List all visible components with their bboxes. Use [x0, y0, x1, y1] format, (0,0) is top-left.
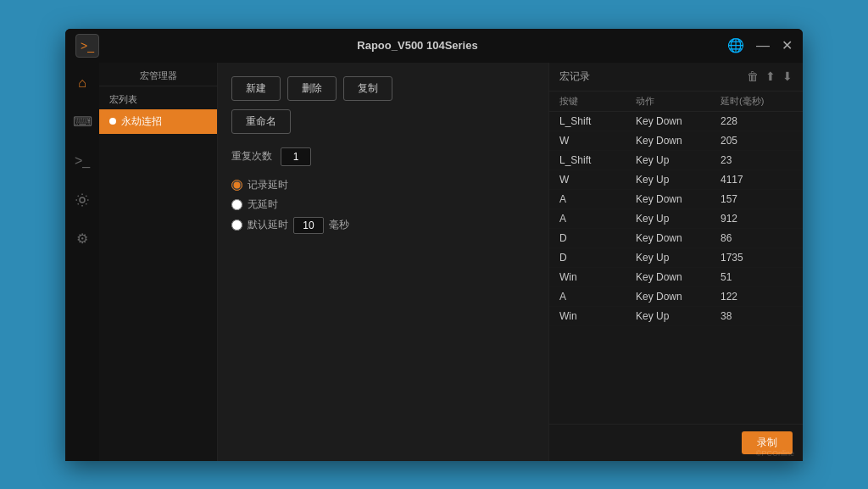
cell-delay: 23: [721, 154, 788, 166]
rename-button[interactable]: 重命名: [231, 109, 291, 134]
cell-action: Key Down: [636, 115, 721, 127]
radio-no-delay-label: 无延时: [248, 197, 278, 212]
minimize-button[interactable]: —: [756, 38, 770, 53]
top-buttons: 新建 删除 复制: [231, 76, 535, 101]
repeat-section: 重复次数: [231, 147, 535, 166]
cell-delay: 122: [721, 291, 788, 303]
cell-delay: 205: [721, 135, 788, 147]
active-dot: [109, 118, 116, 125]
sidebar-item-settings[interactable]: ⚙: [70, 227, 94, 251]
cell-action: Key Down: [636, 135, 721, 147]
macro-item-label: 永劫连招: [121, 114, 162, 129]
cell-key: A: [559, 193, 636, 205]
table-row[interactable]: WKey Down205: [549, 131, 803, 151]
table-body: L_ShiftKey Down228WKey Down205L_ShiftKey…: [549, 112, 803, 424]
svg-point-0: [80, 197, 85, 203]
cell-key: L_Shift: [559, 154, 636, 166]
download-icon[interactable]: ⬇: [782, 69, 793, 83]
cell-key: A: [559, 213, 636, 225]
cell-key: Win: [559, 271, 636, 283]
copy-button[interactable]: 复制: [343, 76, 392, 101]
svg-line-8: [86, 195, 86, 196]
cell-action: Key Down: [636, 291, 721, 303]
cell-action: Key Up: [636, 252, 721, 264]
trash-icon[interactable]: 🗑: [747, 69, 759, 83]
cell-key: D: [559, 232, 636, 244]
radio-group: 记录延时 无延时 默认延时 毫秒: [231, 178, 535, 234]
cell-delay: 51: [721, 271, 788, 283]
macro-record-title: 宏记录: [559, 69, 590, 84]
cell-key: Win: [559, 310, 636, 322]
sidebar-item-light[interactable]: [70, 188, 94, 212]
cell-delay: 157: [721, 193, 788, 205]
cell-delay: 4117: [721, 174, 788, 186]
cell-action: Key Up: [636, 174, 721, 186]
cell-action: Key Down: [636, 232, 721, 244]
window-title: Rapoo_V500 104Series: [108, 39, 727, 52]
table-row[interactable]: AKey Down122: [549, 287, 803, 307]
col-key-header: 按键: [559, 95, 636, 108]
macro-record-header: 宏记录 🗑 ⬆ ⬇: [549, 63, 803, 92]
cell-delay: 228: [721, 115, 788, 127]
main-window: >_ Rapoo_V500 104Series 🌐 — ✕ ⌂ ⌨ >_: [65, 29, 803, 461]
cell-action: Key Down: [636, 193, 721, 205]
app-icon: >_: [75, 34, 99, 58]
close-button[interactable]: ✕: [782, 37, 793, 53]
radio-default-delay-label: 默认延时: [248, 218, 288, 232]
table-row[interactable]: AKey Down157: [549, 190, 803, 209]
table-row[interactable]: AKey Up912: [549, 209, 803, 229]
cell-delay: 38: [721, 310, 788, 322]
cell-key: W: [559, 135, 636, 147]
cell-action: Key Down: [636, 271, 721, 283]
macro-record-panel: 宏记录 🗑 ⬆ ⬇ 按键 动作 延时(毫秒) L_ShiftKey Down22…: [548, 63, 803, 461]
window-controls: 🌐 — ✕: [727, 37, 793, 53]
cell-key: A: [559, 291, 636, 303]
col-action-header: 动作: [636, 95, 721, 108]
svg-line-6: [86, 203, 86, 204]
repeat-label: 重复次数: [231, 149, 272, 164]
table-row[interactable]: L_ShiftKey Down228: [549, 112, 803, 131]
cell-action: Key Up: [636, 310, 721, 322]
sidebar-item-terminal[interactable]: >_: [70, 149, 94, 173]
nav-sidebar: ⌂ ⌨ >_ ⚙: [65, 63, 99, 461]
window-body: ⌂ ⌨ >_ ⚙ 宏管理器 宏列表: [65, 63, 803, 461]
svg-line-5: [78, 195, 79, 196]
cell-delay: 912: [721, 213, 788, 225]
macro-manager-label: 宏管理器: [99, 63, 217, 86]
globe-icon[interactable]: 🌐: [727, 37, 744, 53]
cell-key: L_Shift: [559, 115, 636, 127]
macro-list-panel: 宏管理器 宏列表 永劫连招: [99, 63, 218, 461]
header-icon-group: 🗑 ⬆ ⬇: [747, 69, 793, 83]
table-row[interactable]: WKey Up4117: [549, 170, 803, 190]
sidebar-item-home[interactable]: ⌂: [70, 71, 94, 95]
macro-list-label: 宏列表: [99, 86, 217, 109]
cell-action: Key Up: [636, 154, 721, 166]
table-header: 按键 动作 延时(毫秒): [549, 92, 803, 112]
default-delay-input[interactable]: [293, 217, 324, 234]
cell-action: Key Up: [636, 213, 721, 225]
delay-unit-label: 毫秒: [329, 218, 349, 232]
watermark: ©PCOnline: [756, 449, 794, 458]
radio-record-delay[interactable]: 记录延时: [231, 178, 535, 192]
upload-icon[interactable]: ⬆: [765, 69, 776, 83]
table-row[interactable]: L_ShiftKey Up23: [549, 151, 803, 170]
svg-line-7: [78, 203, 79, 204]
titlebar: >_ Rapoo_V500 104Series 🌐 — ✕: [65, 29, 803, 63]
radio-default-delay[interactable]: 默认延时 毫秒: [231, 217, 535, 234]
new-button[interactable]: 新建: [231, 76, 281, 101]
main-content: 新建 删除 复制 重命名 重复次数 记录延时 无延时: [218, 63, 548, 461]
macro-item-yongjie[interactable]: 永劫连招: [99, 109, 217, 134]
terminal-icon: >_: [81, 39, 94, 53]
delete-button[interactable]: 删除: [287, 76, 337, 101]
cell-key: W: [559, 174, 636, 186]
cell-delay: 86: [721, 232, 788, 244]
table-row[interactable]: DKey Down86: [549, 229, 803, 248]
table-row[interactable]: WinKey Down51: [549, 268, 803, 287]
repeat-input[interactable]: [281, 147, 311, 166]
sidebar-item-keyboard[interactable]: ⌨: [70, 110, 94, 134]
table-row[interactable]: WinKey Up38: [549, 307, 803, 326]
cell-key: D: [559, 252, 636, 264]
delay-inline: 毫秒: [293, 217, 349, 234]
radio-no-delay[interactable]: 无延时: [231, 197, 535, 212]
table-row[interactable]: DKey Up1735: [549, 248, 803, 268]
